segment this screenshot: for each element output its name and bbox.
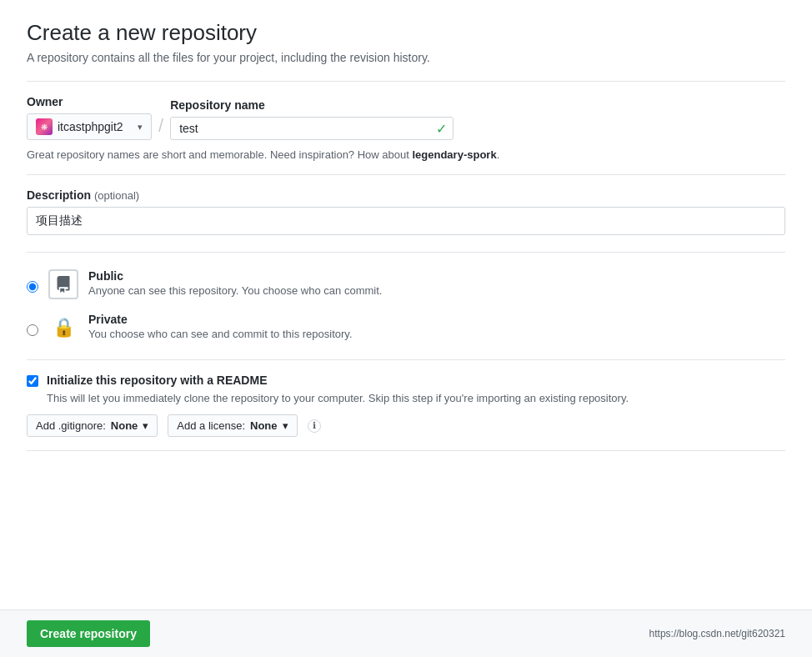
divider-bottom [27, 450, 785, 451]
public-repo-icon [48, 269, 78, 299]
initialize-checkbox[interactable] [27, 375, 38, 387]
license-chevron-icon: ▾ [283, 419, 288, 432]
gitignore-chevron-icon: ▾ [143, 419, 148, 432]
private-radio[interactable] [27, 324, 38, 336]
license-value: None [250, 419, 278, 432]
repo-name-label: Repository name [170, 98, 454, 112]
gitignore-dropdown[interactable]: Add .gitignore: None ▾ [27, 414, 158, 437]
description-field-group: Description (optional) [27, 188, 785, 235]
initialize-section: Initialize this repository with a README… [27, 374, 785, 437]
owner-field-group: Owner ❋ itcastphpgit2 ▾ [27, 95, 152, 140]
divider-initialize [27, 359, 785, 360]
gitignore-value: None [111, 419, 138, 432]
initialize-checkbox-row: Initialize this repository with a README [27, 374, 785, 387]
page-title: Create a new repository [27, 20, 785, 46]
valid-check-icon: ✓ [436, 121, 447, 137]
owner-value: itcastphpgit2 [58, 120, 123, 133]
private-label: Private [88, 313, 353, 326]
initialize-label[interactable]: Initialize this repository with a README [47, 374, 267, 387]
public-description: Anyone can see this repository. You choo… [88, 284, 382, 297]
divider-top [27, 81, 785, 82]
owner-repo-row: Owner ❋ itcastphpgit2 ▾ / Repository nam… [27, 95, 785, 140]
info-icon[interactable]: ℹ [308, 419, 321, 433]
hint-before: Great repository names are short and mem… [27, 148, 412, 161]
owner-label: Owner [27, 95, 152, 108]
owner-avatar-icon: ❋ [36, 118, 53, 135]
path-separator: / [158, 115, 163, 140]
description-input[interactable] [27, 207, 785, 235]
gitignore-label: Add .gitignore: [36, 419, 106, 432]
public-radio[interactable] [27, 281, 38, 293]
divider-visibility [27, 252, 785, 253]
divider-description [27, 174, 785, 175]
description-label: Description (optional) [27, 188, 785, 202]
public-radio-text: Public Anyone can see this repository. Y… [88, 269, 382, 297]
private-option: 🔒 Private You choose who can see and com… [27, 313, 785, 343]
public-option: Public Anyone can see this repository. Y… [27, 269, 785, 299]
license-label: Add a license: [177, 419, 245, 432]
description-optional: (optional) [94, 189, 139, 202]
private-description: You choose who can see and commit to thi… [88, 328, 353, 340]
repo-name-input[interactable] [170, 117, 454, 140]
chevron-down-icon: ▾ [138, 122, 143, 133]
visibility-section: Public Anyone can see this repository. Y… [27, 269, 785, 343]
page-subtitle: A repository contains all the files for … [27, 51, 785, 64]
addon-dropdowns-row: Add .gitignore: None ▾ Add a license: No… [27, 414, 785, 437]
repo-name-field-group: Repository name ✓ [170, 98, 454, 140]
repo-name-hint: Great repository names are short and mem… [27, 148, 785, 161]
initialize-hint: This will let you immediately clone the … [47, 392, 785, 404]
hint-after: . [497, 148, 500, 161]
license-dropdown[interactable]: Add a license: None ▾ [168, 414, 297, 437]
private-radio-text: Private You choose who can see and commi… [88, 313, 353, 340]
private-lock-icon: 🔒 [48, 313, 78, 343]
hint-suggestion[interactable]: legendary-spork [412, 148, 496, 161]
owner-dropdown[interactable]: ❋ itcastphpgit2 ▾ [27, 113, 152, 140]
repo-name-wrapper: ✓ [170, 117, 454, 140]
public-label: Public [88, 269, 382, 283]
